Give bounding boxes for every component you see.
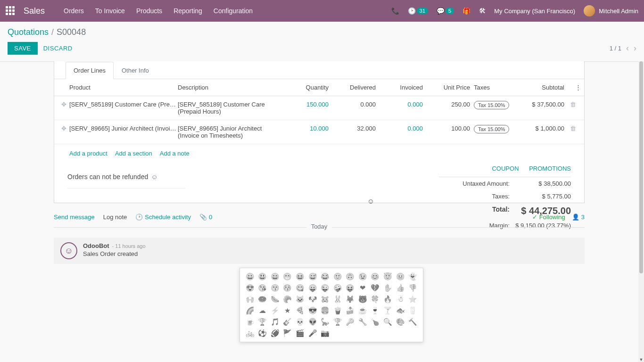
add-product-link[interactable]: Add a product (69, 150, 107, 157)
tax-chip[interactable]: Tax 15.00% (474, 125, 509, 133)
cell-description[interactable]: [SERV_89665] Junior Architect (Invoice o… (178, 125, 281, 139)
save-button[interactable]: SAVE (8, 42, 38, 55)
emoji-item[interactable]: 🦕 (320, 317, 330, 327)
emoji-item[interactable]: 🙌 (245, 295, 256, 304)
schedule-activity-link[interactable]: 🕑Schedule activity (135, 214, 191, 221)
emoji-item[interactable]: 🍔 (320, 306, 330, 315)
emoji-item[interactable]: ☁ (257, 306, 268, 315)
emoji-item[interactable]: ⚽ (257, 329, 268, 338)
notes-input[interactable]: Orders can not be refunded ☺ (67, 171, 185, 189)
tax-chip[interactable]: Tax 15.00% (474, 101, 509, 109)
nav-to-invoice[interactable]: To Invoice (95, 7, 125, 15)
nav-orders[interactable]: Orders (64, 7, 84, 15)
emoji-item[interactable]: ⭐ (407, 295, 418, 304)
scroll-down-icon[interactable]: ▼ (638, 357, 644, 362)
nav-configuration[interactable]: Configuration (214, 7, 253, 15)
emoji-item[interactable]: 😄 (270, 272, 281, 281)
emoji-item[interactable]: 📷 (320, 329, 330, 338)
emoji-item[interactable]: 🙃 (345, 272, 356, 281)
emoji-item[interactable]: 🐰 (332, 295, 343, 304)
emoji-item[interactable]: 🍕 (295, 306, 305, 315)
emoji-item[interactable]: 😂 (320, 272, 330, 281)
emoji-popover[interactable]: 😀😃😄😁😆😅😂🙂🙃😉😊😇😐👻😍😘😙😚😋😛😜🤪😝❤💔✋👍👎🙌🍩🌭🥐🐱🐶🐹🐰🦊🐻🍀🔥… (239, 268, 423, 342)
emoji-item[interactable]: 🐟 (395, 306, 406, 315)
emoji-item[interactable]: 😇 (382, 272, 393, 281)
add-section-link[interactable]: Add a section (115, 150, 152, 157)
emoji-item[interactable]: 🏆 (332, 317, 343, 327)
promotions-button[interactable]: PROMOTIONS (529, 165, 571, 172)
emoji-item[interactable]: 🐹 (320, 295, 330, 304)
emoji-item[interactable]: ☕ (357, 306, 368, 315)
nav-products[interactable]: Products (136, 7, 162, 15)
emoji-item[interactable]: 😝 (345, 283, 356, 293)
scrollbar[interactable]: ▲ ▼ (638, 61, 644, 362)
emoji-item[interactable]: 🏆 (257, 317, 268, 327)
emoji-item[interactable]: ⚡ (270, 306, 281, 315)
emoji-item[interactable]: ❤ (357, 283, 368, 293)
emoji-item[interactable]: 🎵 (270, 317, 281, 327)
pager-prev-icon[interactable]: ‹ (626, 43, 629, 53)
emoji-item[interactable]: 🍸 (382, 306, 393, 315)
emoji-item[interactable]: 👻 (407, 272, 418, 281)
brand-name[interactable]: Sales (24, 6, 45, 16)
cell-quantity[interactable]: 150.000 (281, 101, 329, 108)
emoji-item[interactable]: 🍩 (257, 295, 268, 304)
coupon-button[interactable]: COUPON (492, 165, 519, 172)
emoji-item[interactable]: ✋ (382, 283, 393, 293)
emoji-item[interactable]: 😃 (257, 272, 268, 281)
cell-unit-price[interactable]: 100.00 (423, 125, 470, 132)
emoji-item[interactable]: 🍀 (370, 295, 381, 304)
cell-delivered[interactable]: 32.000 (329, 125, 376, 132)
emoji-item[interactable]: 🚩 (282, 329, 293, 338)
emoji-item[interactable]: 🤪 (332, 283, 343, 293)
emoji-item[interactable]: 🎸 (282, 317, 293, 327)
emoji-item[interactable]: 🔨 (407, 317, 418, 327)
trash-icon[interactable]: 🗑 (564, 101, 581, 108)
emoji-item[interactable]: 🐻 (357, 295, 368, 304)
msg-author[interactable]: OdooBot (83, 242, 109, 249)
followers-count[interactable]: 👤3 (572, 214, 585, 221)
send-message-link[interactable]: Send message (54, 214, 95, 221)
cell-delivered[interactable]: 0.000 (329, 101, 376, 108)
emoji-item[interactable]: 💔 (370, 283, 381, 293)
emoji-item[interactable]: 🍷 (370, 306, 381, 315)
attachment-count[interactable]: 📎0 (199, 214, 212, 221)
emoji-item[interactable]: 😚 (282, 283, 293, 293)
scroll-thumb[interactable] (639, 61, 643, 273)
emoji-item[interactable]: ★ (282, 306, 293, 315)
emoji-item[interactable]: 🐶 (307, 295, 318, 304)
emoji-item[interactable]: 💀 (295, 317, 305, 327)
emoji-item[interactable]: 😍 (245, 283, 256, 293)
apps-icon[interactable] (6, 6, 15, 16)
trash-icon[interactable]: 🗑 (564, 125, 581, 132)
emoji-item[interactable]: 😜 (320, 283, 330, 293)
emoji-item[interactable]: ☃ (395, 295, 406, 304)
emoji-item[interactable]: 😋 (295, 283, 305, 293)
messages-icon[interactable]: 💬5 (437, 7, 454, 15)
emoji-item[interactable]: 😊 (370, 272, 381, 281)
table-row[interactable]: ✥ [SERV_89665] Junior Architect (Invoice… (54, 120, 584, 144)
emoji-item[interactable]: 😆 (295, 272, 305, 281)
emoji-item[interactable]: 🙂 (332, 272, 343, 281)
emoji-item[interactable]: 😐 (395, 272, 406, 281)
add-note-link[interactable]: Add a note (160, 150, 190, 157)
emoji-item[interactable]: 😎 (307, 306, 318, 315)
emoji-item[interactable]: 🔧 (357, 317, 368, 327)
cell-unit-price[interactable]: 250.00 (423, 101, 470, 108)
emoji-item[interactable]: 🚲 (245, 329, 256, 338)
emoji-item[interactable]: 🔑 (345, 317, 356, 327)
emoji-item[interactable]: 🏈 (270, 329, 281, 338)
phone-icon[interactable]: 📞 (391, 7, 399, 15)
emoji-item[interactable]: 😅 (307, 272, 318, 281)
emoji-item[interactable]: 😛 (307, 283, 318, 293)
emoji-item[interactable]: 🍗 (370, 317, 381, 327)
drag-handle-icon[interactable]: ✥ (58, 101, 69, 108)
emoji-item[interactable]: 🥐 (282, 295, 293, 304)
table-row[interactable]: ✥ [SERV_585189] Customer Care (Prepai...… (54, 96, 584, 120)
emoji-item[interactable]: 🔥 (382, 295, 393, 304)
pager-next-icon[interactable]: › (634, 43, 636, 53)
emoji-item[interactable]: 👽 (307, 317, 318, 327)
crumb-root[interactable]: Quotations (8, 27, 49, 37)
emoji-item[interactable]: 🎤 (307, 329, 318, 338)
emoji-item[interactable]: 😘 (257, 283, 268, 293)
